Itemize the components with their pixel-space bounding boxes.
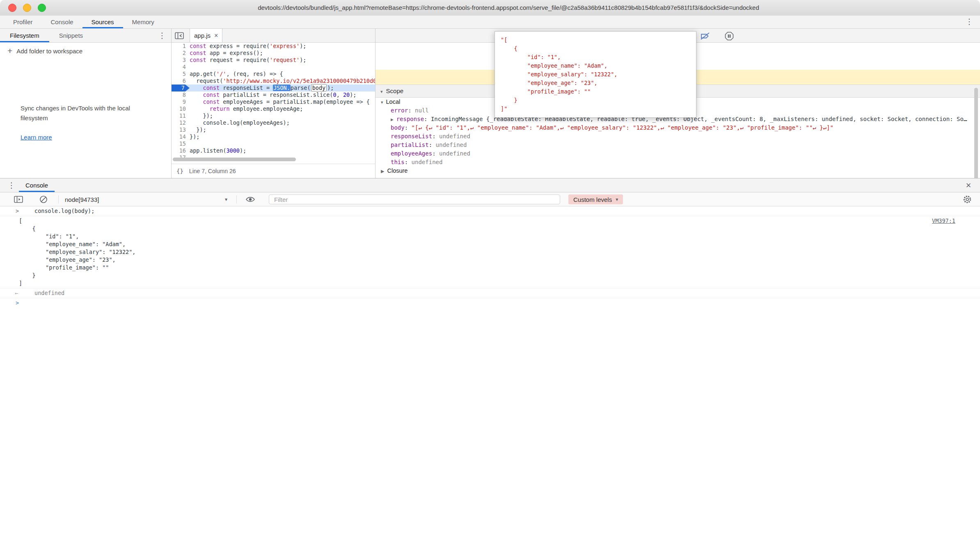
console-filter-input[interactable] bbox=[269, 194, 560, 204]
variable-name: responseList bbox=[391, 133, 432, 139]
console-prompt[interactable]: > bbox=[0, 298, 980, 308]
navigator-tab-bar: Filesystem Snippets ⋮ bbox=[0, 29, 171, 43]
code-line[interactable]: 5app.get('/', (req, res) => { bbox=[172, 71, 375, 78]
scope-section-label: Local bbox=[386, 98, 401, 105]
code-line[interactable]: 11 }); bbox=[172, 112, 375, 119]
drawer-tab-console[interactable]: Console bbox=[19, 178, 55, 192]
live-expression-eye-icon[interactable] bbox=[245, 194, 255, 204]
line-number[interactable]: 9 bbox=[172, 98, 190, 105]
pretty-print-button[interactable]: {} bbox=[176, 168, 183, 174]
navigator-pane: + Add folder to workspace Sync changes i… bbox=[0, 43, 171, 178]
line-number[interactable]: 10 bbox=[172, 105, 190, 112]
line-number[interactable]: 6 bbox=[172, 78, 190, 85]
close-drawer-icon[interactable]: × bbox=[963, 178, 974, 192]
line-number[interactable]: 7 bbox=[172, 85, 190, 91]
code-line[interactable]: 15 bbox=[172, 140, 375, 147]
code-line[interactable]: 14}); bbox=[172, 133, 375, 140]
close-tab-icon[interactable]: × bbox=[214, 32, 218, 39]
line-number[interactable]: 8 bbox=[172, 91, 190, 98]
clear-console-icon[interactable] bbox=[39, 194, 48, 204]
line-number[interactable]: 1 bbox=[172, 43, 190, 50]
console-messages: > console.log(body); [ { "id": "1", "emp… bbox=[0, 206, 980, 535]
scope-variable-row[interactable]: partialList: undefined bbox=[376, 141, 980, 149]
navigator-toggle-icon[interactable] bbox=[175, 32, 184, 39]
code-lines: 1const express = require('express');2con… bbox=[172, 43, 375, 161]
scope-variable-row[interactable]: body: "[↵ {↵ "id": "1",↵ "employee_name"… bbox=[376, 123, 980, 132]
command-chevron-icon: > bbox=[16, 207, 19, 215]
line-number[interactable]: 5 bbox=[172, 71, 190, 78]
variable-value: undefined bbox=[439, 133, 470, 139]
add-folder-label: Add folder to workspace bbox=[16, 48, 82, 55]
expand-icon[interactable]: ▶ bbox=[391, 117, 394, 122]
code-line[interactable]: 12 console.log(employeeAges); bbox=[172, 119, 375, 126]
line-number[interactable]: 13 bbox=[172, 126, 190, 133]
line-number[interactable]: 2 bbox=[172, 50, 190, 57]
code-line[interactable]: 1const express = require('express'); bbox=[172, 43, 375, 50]
code-line[interactable]: 2const app = express(); bbox=[172, 50, 375, 57]
execution-pointer: 7 bbox=[172, 85, 190, 91]
panel-toolbars: Filesystem Snippets ⋮ app.js× bbox=[0, 29, 980, 43]
drawer-more-icon[interactable]: ⋮ bbox=[6, 179, 17, 192]
code-line[interactable]: 6 request('http://www.mocky.io/v2/5e1a9a… bbox=[172, 78, 375, 85]
zoom-window-button[interactable] bbox=[38, 4, 46, 12]
scope-variable-row[interactable]: employeeAges: undefined bbox=[376, 149, 980, 158]
line-number[interactable]: 11 bbox=[172, 112, 190, 119]
code-line[interactable]: 7 const responseList = JSON.parse(body); bbox=[172, 85, 375, 91]
code-line[interactable]: 10 return employee.employeeAge; bbox=[172, 105, 375, 112]
scope-closure-section[interactable]: ▶Closure bbox=[376, 167, 980, 175]
line-number[interactable]: 15 bbox=[172, 140, 190, 147]
close-window-button[interactable] bbox=[8, 4, 16, 12]
navigator-more-icon[interactable]: ⋮ bbox=[156, 30, 168, 42]
line-number[interactable]: 3 bbox=[172, 57, 190, 64]
line-number[interactable]: 12 bbox=[172, 119, 190, 126]
tab-console[interactable]: Console bbox=[42, 16, 82, 28]
console-result-entry[interactable]: [ { "id": "1", "employee_name": "Adam", … bbox=[0, 216, 980, 288]
scrollbar-thumb[interactable] bbox=[173, 158, 296, 161]
code-editor[interactable]: 1const express = require('express');2con… bbox=[172, 43, 375, 178]
code-text: const express = require('express'); bbox=[190, 43, 307, 50]
code-line[interactable]: 4 bbox=[172, 64, 375, 71]
add-folder-button[interactable]: + Add folder to workspace bbox=[7, 45, 82, 57]
deactivate-breakpoints-icon[interactable] bbox=[700, 31, 710, 41]
code-line[interactable]: 3const request = require('request'); bbox=[172, 57, 375, 64]
sidebar-scrollbar-thumb[interactable] bbox=[974, 88, 978, 178]
editor-horizontal-scrollbar[interactable] bbox=[172, 157, 375, 162]
minimize-window-button[interactable] bbox=[23, 4, 31, 12]
code-line[interactable]: 8 const partialList = responseList.slice… bbox=[172, 91, 375, 98]
javascript-context-select[interactable]: node[94733] ▾ bbox=[65, 194, 227, 204]
scope-variable-row[interactable]: this: undefined bbox=[376, 158, 980, 167]
console-sidebar-toggle-icon[interactable] bbox=[14, 194, 23, 204]
navigator-editor-divider[interactable] bbox=[171, 29, 172, 178]
filesystem-sync-description: Sync changes in DevTools with the local … bbox=[21, 103, 156, 123]
tab-profiler[interactable]: Profiler bbox=[4, 16, 42, 28]
line-number[interactable]: 4 bbox=[172, 64, 190, 71]
console-command-entry[interactable]: > console.log(body); bbox=[0, 206, 980, 216]
line-number[interactable]: 14 bbox=[172, 133, 190, 140]
pause-on-exceptions-icon[interactable] bbox=[724, 31, 735, 41]
line-number[interactable]: 16 bbox=[172, 147, 190, 154]
console-settings-gear-icon[interactable] bbox=[963, 194, 972, 204]
code-line[interactable]: 16app.listen(3000); bbox=[172, 147, 375, 154]
log-levels-dropdown[interactable]: Custom levels ▾ bbox=[568, 194, 623, 204]
tab-memory[interactable]: Memory bbox=[123, 16, 163, 28]
more-options-icon[interactable]: ⋮ bbox=[964, 16, 975, 28]
editor-status-bar: {} Line 7, Column 26 bbox=[172, 164, 375, 178]
code-line[interactable]: 9 const employeeAges = partialList.map(e… bbox=[172, 98, 375, 105]
code-line[interactable]: 13 }); bbox=[172, 126, 375, 133]
editor-sidebar-divider[interactable] bbox=[375, 29, 376, 178]
editor-tab-bar: app.js× bbox=[172, 29, 375, 43]
console-source-link[interactable]: VM397:1 bbox=[932, 217, 955, 225]
tab-sources[interactable]: Sources bbox=[82, 16, 123, 28]
chevron-down-icon: ▾ bbox=[616, 197, 618, 202]
learn-more-link[interactable]: Learn more bbox=[21, 134, 52, 141]
toolbar-separator bbox=[58, 195, 59, 203]
console-toolbar: node[94733] ▾ Custom levels ▾ bbox=[0, 192, 980, 206]
editor-tab-appjs[interactable]: app.js× bbox=[190, 29, 222, 42]
value-preview-tooltip: "[ { "id": "1", "employee_name": "Adam",… bbox=[495, 31, 696, 118]
tab-filesystem[interactable]: Filesystem bbox=[0, 29, 49, 42]
tab-snippets[interactable]: Snippets bbox=[49, 29, 93, 42]
code-text: }); bbox=[190, 126, 206, 133]
tooltip-value-text: "[ { "id": "1", "employee_name": "Adam",… bbox=[501, 36, 690, 113]
variable-value: null bbox=[415, 107, 429, 114]
scope-variable-row[interactable]: responseList: undefined bbox=[376, 132, 980, 141]
